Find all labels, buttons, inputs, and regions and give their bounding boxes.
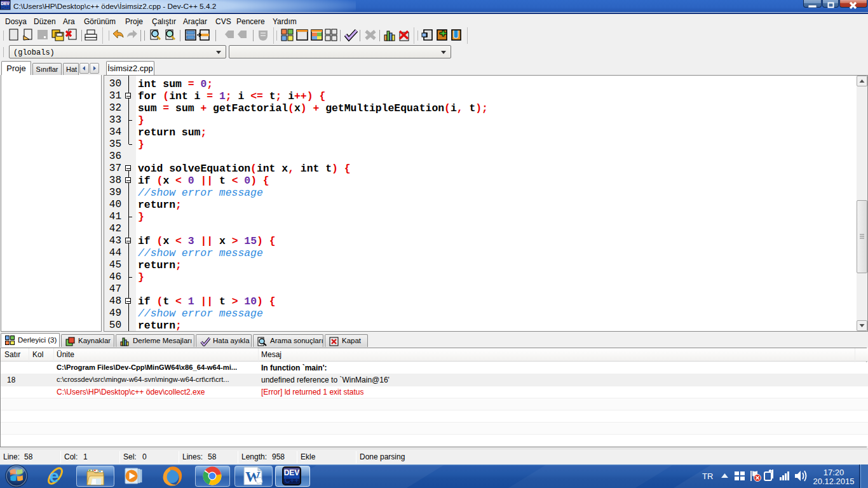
svg-text:e: e (50, 466, 60, 486)
svg-text:C++: C++ (1, 5, 9, 10)
svg-text:17:20: 17:20 (824, 468, 844, 477)
svg-text:20.12.2015: 20.12.2015 (813, 477, 854, 486)
svg-text:TR: TR (702, 471, 713, 481)
svg-text:C++: C++ (285, 476, 299, 485)
